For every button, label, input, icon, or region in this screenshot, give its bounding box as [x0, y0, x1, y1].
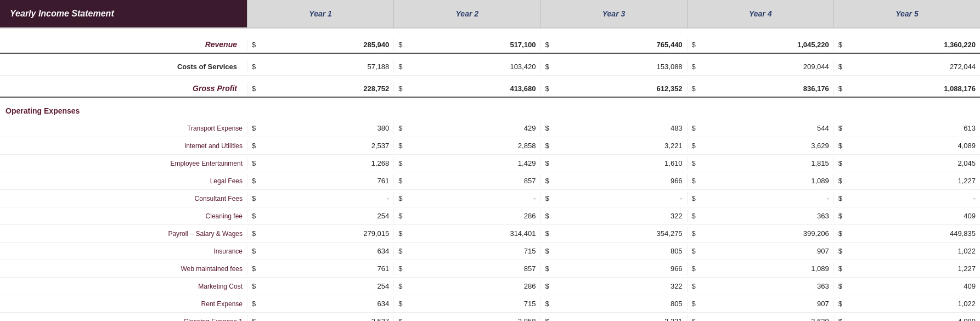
expense-value: 279,015 [260, 229, 389, 238]
expense-value: 363 [700, 282, 829, 290]
gp-val-5: 1,088,176 [846, 85, 976, 93]
currency-sign: $ [838, 264, 844, 273]
currency-sign: $ [692, 229, 697, 238]
gross-profit-data: $ 228,752 $ 413,680 $ 612,352 $ 836,176 … [247, 82, 980, 95]
expense-year-data: $761$857$966$1,089$1,227 [247, 174, 980, 187]
gp-val-2: 413,680 [406, 85, 536, 93]
expense-row: Legal Fees$761$857$966$1,089$1,227 [0, 172, 980, 190]
expense-value: 715 [406, 300, 536, 308]
expense-col-y1: $380 [247, 122, 393, 134]
currency-sign: $ [692, 41, 697, 49]
currency-sign: $ [545, 194, 550, 202]
expense-col-y5: $409 [833, 210, 980, 222]
expense-col-y3: $322 [540, 210, 686, 222]
expense-item-label: Consultant Fees [0, 192, 247, 206]
expense-value: 1,022 [846, 300, 976, 308]
expense-value: 907 [700, 247, 829, 255]
expense-col-y2: $1,429 [393, 157, 540, 170]
expense-item-label: Internet and Utilities [0, 139, 247, 153]
expense-value: 322 [553, 212, 682, 220]
expense-col-y3: $483 [540, 122, 686, 134]
expense-year-data: $380$429$483$544$613 [247, 122, 980, 134]
expense-value: 4,089 [846, 142, 976, 150]
revenue-val-5: 1,360,220 [846, 41, 976, 49]
expense-col-y2: $286 [393, 280, 540, 292]
expense-value: 380 [260, 124, 389, 132]
expense-col-y2: $429 [393, 122, 540, 134]
expense-value: 1,227 [846, 177, 976, 185]
expense-col-y4: $544 [687, 122, 833, 134]
expense-value: 429 [406, 124, 536, 132]
currency-sign: $ [692, 194, 697, 202]
year-header-4: Year 4 [687, 0, 833, 27]
expense-value: 634 [260, 300, 389, 308]
expense-value: 1,429 [406, 159, 536, 167]
costs-y2: $ 103,420 [393, 60, 540, 73]
expense-value: - [846, 194, 976, 202]
page-title: Yearly Income Statement [10, 9, 114, 19]
currency-sign: $ [545, 41, 550, 49]
expense-value: 2,537 [260, 142, 389, 150]
currency-sign: $ [692, 142, 697, 150]
costs-row: Costs of Services $ 57,188 $ 103,420 $ 1… [0, 58, 980, 76]
currency-sign: $ [398, 142, 404, 150]
expense-value: 715 [406, 247, 536, 255]
currency-sign: $ [838, 142, 844, 150]
expense-row: Payroll – Salary & Wages$279,015$314,401… [0, 225, 980, 243]
costs-y3: $ 153,088 [540, 60, 686, 73]
expense-value: 1,022 [846, 247, 976, 255]
year-header-3: Year 3 [540, 0, 686, 27]
expense-value: 1,815 [700, 159, 829, 167]
costs-val-3: 153,088 [553, 63, 682, 71]
expense-col-y2: $715 [393, 245, 540, 257]
expense-value: 354,275 [553, 229, 682, 238]
expense-col-y4: $3,629 [687, 139, 833, 152]
costs-val-1: 57,188 [260, 63, 389, 71]
expense-item-label: Cleaning fee [0, 209, 247, 223]
expense-value: 409 [846, 212, 976, 220]
expense-year-data: $2,537$2,858$3,221$3,629$4,089 [247, 315, 980, 321]
expense-col-y1: $761 [247, 262, 393, 275]
expense-col-y4: $1,089 [687, 262, 833, 275]
currency-sign: $ [838, 317, 844, 321]
currency-sign: $ [838, 41, 844, 49]
costs-val-5: 272,044 [846, 63, 976, 71]
costs-y5: $ 272,044 [833, 60, 980, 73]
expense-col-y1: $634 [247, 297, 393, 310]
expense-value: 805 [553, 300, 682, 308]
expense-col-y5: $4,089 [833, 315, 980, 321]
currency-sign: $ [545, 282, 550, 290]
expense-col-y2: $2,858 [393, 139, 540, 152]
expense-value: 857 [406, 177, 536, 185]
expense-col-y5: $1,022 [833, 245, 980, 257]
expense-col-y1: $1,268 [247, 157, 393, 170]
revenue-val-3: 765,440 [553, 41, 682, 49]
expense-col-y4: $3,629 [687, 315, 833, 321]
currency-sign: $ [398, 229, 404, 238]
gp-y5: $ 1,088,176 [833, 82, 980, 95]
gross-profit-row: Gross Profit $ 228,752 $ 413,680 $ 612,3… [0, 80, 980, 98]
expense-value: 2,858 [406, 317, 536, 321]
expense-col-y5: $1,022 [833, 297, 980, 310]
expense-col-y4: $363 [687, 280, 833, 292]
currency-sign: $ [545, 247, 550, 255]
currency-sign: $ [545, 177, 550, 185]
expense-item-label: Employee Entertainment [0, 156, 247, 171]
expense-col-y1: $254 [247, 210, 393, 222]
currency-sign: $ [838, 194, 844, 202]
expense-col-y3: $966 [540, 262, 686, 275]
expense-col-y5: $409 [833, 280, 980, 292]
expense-col-y5: $449,835 [833, 227, 980, 240]
expense-col-y3: $- [540, 192, 686, 205]
currency-sign: $ [545, 124, 550, 132]
currency-sign: $ [252, 247, 257, 255]
expense-col-y1: $2,537 [247, 315, 393, 321]
expense-col-y4: $399,206 [687, 227, 833, 240]
expense-value: 399,206 [700, 229, 829, 238]
currency-sign: $ [545, 159, 550, 167]
expense-col-y1: $254 [247, 280, 393, 292]
expense-value: 449,835 [846, 229, 976, 238]
expense-row: Web maintained fees$761$857$966$1,089$1,… [0, 260, 980, 278]
expense-value: 907 [700, 300, 829, 308]
expense-value: 966 [553, 264, 682, 273]
